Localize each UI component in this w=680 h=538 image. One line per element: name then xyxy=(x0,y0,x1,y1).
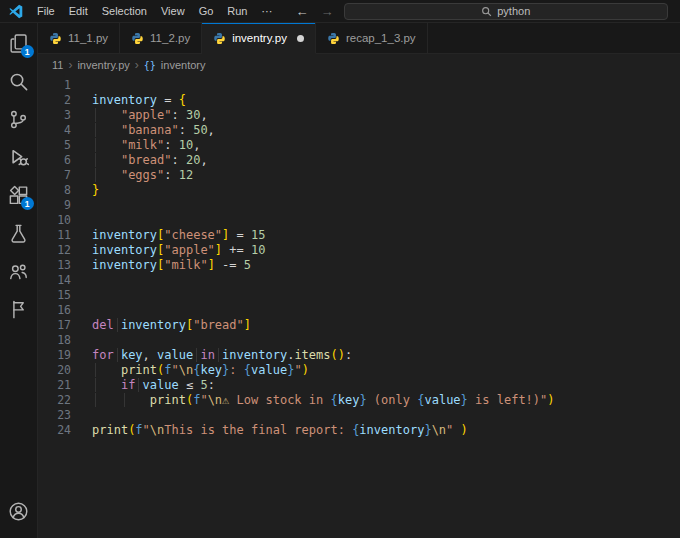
tab-inventry.py[interactable]: inventry.py xyxy=(202,23,316,54)
line-number: 10 xyxy=(38,213,71,228)
code-line[interactable]: 24print(f"\nThis is the final report: {i… xyxy=(38,423,680,438)
tab-label: 11_1.py xyxy=(68,32,108,44)
line-number: 24 xyxy=(38,423,71,438)
menu-view[interactable]: View xyxy=(154,3,192,19)
code-line[interactable]: 6 "bread": 20, xyxy=(38,153,680,168)
chevron-right-icon: › xyxy=(135,58,139,72)
source-control-icon xyxy=(8,109,29,130)
line-number: 3 xyxy=(38,108,71,123)
line-number: 16 xyxy=(38,303,71,318)
search-icon xyxy=(481,6,492,17)
line-number: 2 xyxy=(38,93,71,108)
search-value: python xyxy=(497,5,530,17)
people-icon xyxy=(8,261,29,282)
menu-run[interactable]: Run xyxy=(220,3,254,19)
menu-bar: FileEditSelectionViewGoRun⋯ xyxy=(30,3,280,20)
python-file-icon xyxy=(213,32,226,45)
code-line[interactable]: 4 "banana": 50, xyxy=(38,123,680,138)
breadcrumb: 11 › inventry.py › {} inventory xyxy=(38,54,680,76)
code-line[interactable]: 14 xyxy=(38,273,680,288)
line-number: 11 xyxy=(38,228,71,243)
code-line[interactable]: 16 xyxy=(38,303,680,318)
code-line[interactable]: 18 xyxy=(38,333,680,348)
python-file-icon xyxy=(327,32,340,45)
line-number: 20 xyxy=(38,363,71,378)
code-line[interactable]: 17del inventory["bread"] xyxy=(38,318,680,333)
modified-dot-icon[interactable] xyxy=(297,35,304,42)
line-number: 23 xyxy=(38,408,71,423)
menu-edit[interactable]: Edit xyxy=(62,3,95,19)
activity-people[interactable] xyxy=(0,252,38,290)
code-line[interactable]: 1 xyxy=(38,78,680,93)
activity-testing[interactable] xyxy=(0,214,38,252)
extensions-badge: 1 xyxy=(21,197,34,210)
title-bar: FileEditSelectionViewGoRun⋯ ← → python xyxy=(0,0,680,23)
tab-recap_1_3.py[interactable]: recap_1_3.py xyxy=(316,23,428,54)
editor-group: 11_1.py11_2.pyinventry.pyrecap_1_3.py 11… xyxy=(38,23,680,538)
code-line[interactable]: 9 xyxy=(38,198,680,213)
line-number: 13 xyxy=(38,258,71,273)
flag-icon xyxy=(8,299,29,320)
line-number: 22 xyxy=(38,393,71,408)
menu-file[interactable]: File xyxy=(30,3,62,19)
code-area[interactable]: 12inventory = {3 "apple": 30,4 "banana":… xyxy=(38,76,680,538)
code-line[interactable]: 10 xyxy=(38,213,680,228)
activity-source-control[interactable] xyxy=(0,100,38,138)
code-line[interactable]: 12inventory["apple"] += 10 xyxy=(38,243,680,258)
code-line[interactable]: 5 "milk": 10, xyxy=(38,138,680,153)
menu-more[interactable]: ⋯ xyxy=(255,3,280,20)
breadcrumb-folder[interactable]: 11 xyxy=(52,59,63,71)
symbol-object-icon: {} xyxy=(144,60,156,71)
tab-label: recap_1_3.py xyxy=(346,32,416,44)
activity-run-debug[interactable] xyxy=(0,138,38,176)
activity-bar: 1 xyxy=(0,23,38,538)
line-number: 4 xyxy=(38,123,71,138)
code-line[interactable]: 13inventory["milk"] -= 5 xyxy=(38,258,680,273)
activity-extensions[interactable]: 1 xyxy=(0,176,38,214)
tab-label: inventry.py xyxy=(232,32,287,44)
code-line[interactable]: 2inventory = { xyxy=(38,93,680,108)
vscode-logo xyxy=(8,4,24,19)
breadcrumb-symbol[interactable]: inventory xyxy=(161,59,206,71)
code-line[interactable]: 11inventory["cheese"] = 15 xyxy=(38,228,680,243)
line-number: 18 xyxy=(38,333,71,348)
code-line[interactable]: 22 print(f"\n⚠ Low stock in {key} (only … xyxy=(38,393,680,408)
tab-11_2.py[interactable]: 11_2.py xyxy=(120,23,202,54)
activity-search[interactable] xyxy=(0,62,38,100)
vscode-window: FileEditSelectionViewGoRun⋯ ← → python 1 xyxy=(0,0,680,538)
line-number: 5 xyxy=(38,138,71,153)
code-line[interactable]: 21 if value ≤ 5: xyxy=(38,378,680,393)
activity-flag[interactable] xyxy=(0,290,38,328)
testing-icon xyxy=(8,223,29,244)
tab-11_1.py[interactable]: 11_1.py xyxy=(38,23,120,54)
breadcrumb-file[interactable]: inventry.py xyxy=(77,59,129,71)
code-line[interactable]: 3 "apple": 30, xyxy=(38,108,680,123)
tab-label: 11_2.py xyxy=(150,32,190,44)
menu-go[interactable]: Go xyxy=(192,3,221,19)
activity-explorer[interactable]: 1 xyxy=(0,24,38,62)
code-line[interactable]: 15 xyxy=(38,288,680,303)
code-line[interactable]: 7 "eggs": 12 xyxy=(38,168,680,183)
chevron-right-icon: › xyxy=(68,58,72,72)
python-file-icon xyxy=(49,32,62,45)
code-line[interactable]: 19for key, value in inventory.items(): xyxy=(38,348,680,363)
activity-account[interactable] xyxy=(0,492,38,530)
line-number: 12 xyxy=(38,243,71,258)
explorer-badge: 1 xyxy=(21,45,34,58)
nav-forward-button[interactable]: → xyxy=(321,4,334,19)
search-view-icon xyxy=(8,71,29,92)
command-center-search[interactable]: python xyxy=(344,3,669,20)
menu-selection[interactable]: Selection xyxy=(95,3,154,19)
code-line[interactable]: 8} xyxy=(38,183,680,198)
line-number: 9 xyxy=(38,198,71,213)
code-line[interactable]: 20 print(f"\n{key}: {value}") xyxy=(38,363,680,378)
account-icon xyxy=(8,501,29,522)
tab-bar-empty-space xyxy=(428,23,680,54)
line-number: 14 xyxy=(38,273,71,288)
python-file-icon xyxy=(131,32,144,45)
tab-bar: 11_1.py11_2.pyinventry.pyrecap_1_3.py xyxy=(38,23,680,54)
line-number: 17 xyxy=(38,318,71,333)
line-number: 19 xyxy=(38,348,71,363)
nav-back-button[interactable]: ← xyxy=(296,4,309,19)
code-line[interactable]: 23 xyxy=(38,408,680,423)
